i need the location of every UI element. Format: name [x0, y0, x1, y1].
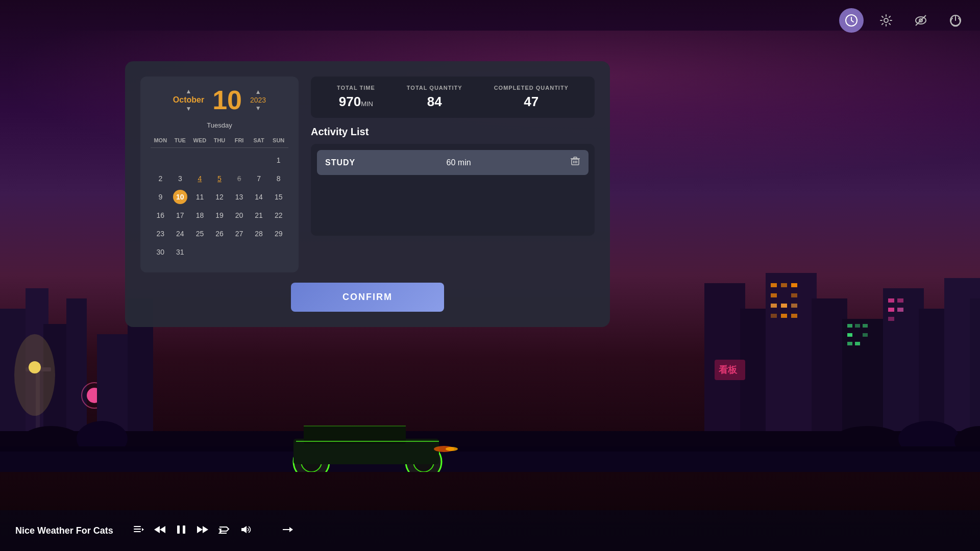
day-header-sat: SAT	[249, 135, 269, 145]
svg-rect-41	[897, 298, 903, 303]
cal-day-18[interactable]: 18	[192, 208, 207, 222]
year-name: 2023	[250, 96, 266, 104]
svg-rect-84	[177, 525, 180, 534]
svg-rect-35	[847, 333, 852, 337]
svg-rect-31	[781, 314, 787, 318]
cal-day-1[interactable]: 1	[272, 153, 286, 167]
year-nav: ▲ 2023 ▼	[250, 88, 266, 112]
svg-point-7	[14, 334, 55, 416]
svg-rect-54	[0, 452, 980, 472]
cal-cell-empty	[212, 153, 227, 167]
music-controls	[133, 524, 293, 538]
cal-cell-empty	[212, 245, 227, 259]
total-time-stat: TOTAL TIME 970MIN	[337, 85, 375, 110]
svg-marker-87	[203, 526, 208, 533]
cal-cell-empty	[232, 153, 247, 167]
cal-day-8[interactable]: 8	[272, 171, 286, 186]
playlist-button[interactable]	[133, 524, 144, 538]
svg-rect-42	[888, 308, 894, 312]
confirm-button[interactable]: CONFIRM	[291, 283, 444, 312]
play-pause-button[interactable]	[176, 524, 187, 538]
cal-day-21[interactable]: 21	[252, 208, 266, 222]
svg-marker-81	[142, 528, 144, 531]
month-down-button[interactable]: ▼	[183, 105, 195, 113]
delete-activity-button[interactable]	[570, 156, 580, 169]
svg-marker-88	[241, 526, 247, 533]
cal-cell-empty	[192, 153, 207, 167]
cal-day-3[interactable]: 3	[173, 171, 187, 186]
cal-day-7[interactable]: 7	[252, 171, 266, 186]
cal-day-27[interactable]: 27	[232, 227, 247, 241]
day-number: 10	[212, 87, 242, 113]
calendar-header-row: MON TUE WED THU FRI SAT SUN	[151, 135, 288, 145]
power-icon-button[interactable]	[943, 8, 968, 33]
svg-text:看板: 看板	[718, 365, 738, 375]
volume-button[interactable]	[240, 524, 251, 538]
cal-day-16[interactable]: 16	[153, 208, 167, 222]
year-down-button[interactable]: ▼	[252, 104, 264, 112]
total-time-value: 970MIN	[337, 94, 375, 110]
svg-rect-26	[791, 293, 797, 297]
cal-day-6[interactable]: 6	[232, 171, 247, 186]
clock-icon-button[interactable]	[839, 8, 864, 33]
cal-day-26[interactable]: 26	[212, 227, 227, 241]
cal-day-14[interactable]: 14	[252, 190, 266, 204]
cal-day-29[interactable]: 29	[272, 227, 286, 241]
next-track-button[interactable]	[282, 524, 293, 538]
cal-day-15[interactable]: 15	[272, 190, 286, 204]
activity-list-title: Activity List	[311, 126, 595, 138]
svg-rect-79	[134, 529, 141, 530]
cal-day-2[interactable]: 2	[153, 171, 167, 186]
music-title: Nice Weather For Cats	[15, 525, 117, 536]
cal-cell-empty	[173, 153, 187, 167]
confirm-area: CONFIRM	[140, 283, 595, 312]
cal-cell-empty	[232, 245, 247, 259]
cal-day-5[interactable]: 5	[212, 171, 227, 186]
cal-day-23[interactable]: 23	[153, 227, 167, 241]
cal-day-25[interactable]: 25	[192, 227, 207, 241]
cal-day-17[interactable]: 17	[173, 208, 187, 222]
day-header-thu: THU	[210, 135, 230, 145]
svg-rect-30	[771, 314, 777, 318]
eye-off-icon-button[interactable]	[909, 8, 933, 33]
activity-duration-study: 60 min	[447, 158, 471, 167]
right-section: TOTAL TIME 970MIN TOTAL QUANTITY 84 COMP…	[311, 77, 595, 272]
svg-rect-44	[888, 317, 894, 321]
svg-rect-27	[771, 304, 777, 308]
svg-rect-28	[781, 304, 787, 308]
shuffle-button[interactable]	[218, 524, 230, 538]
month-up-button[interactable]: ▲	[183, 87, 195, 95]
cal-day-13[interactable]: 13	[232, 190, 247, 204]
settings-icon-button[interactable]	[874, 8, 898, 33]
svg-rect-39	[863, 333, 868, 337]
cal-day-4[interactable]: 4	[192, 171, 207, 186]
cal-day-11[interactable]: 11	[192, 190, 207, 204]
cal-day-31[interactable]: 31	[173, 245, 187, 259]
cal-day-19[interactable]: 19	[212, 208, 227, 222]
total-quantity-value: 84	[407, 94, 462, 110]
year-up-button[interactable]: ▲	[252, 88, 264, 96]
cal-day-10-today[interactable]: 10	[173, 190, 187, 204]
stats-bar: TOTAL TIME 970MIN TOTAL QUANTITY 84 COMP…	[311, 77, 595, 118]
day-header-mon: MON	[151, 135, 170, 145]
cal-day-22[interactable]: 22	[272, 208, 286, 222]
svg-point-66	[884, 18, 888, 22]
weekday-name: Tuesday	[151, 121, 288, 129]
svg-rect-40	[888, 298, 894, 303]
svg-rect-80	[134, 531, 141, 532]
cal-day-24[interactable]: 24	[173, 227, 187, 241]
cal-day-20[interactable]: 20	[232, 208, 247, 222]
cal-cell-empty	[153, 153, 167, 167]
calendar-week-6: 30 31	[151, 244, 288, 260]
cal-day-30[interactable]: 30	[153, 245, 167, 259]
month-name: October	[173, 95, 204, 105]
cal-day-28[interactable]: 28	[252, 227, 266, 241]
rewind-button[interactable]	[154, 524, 165, 538]
total-quantity-label: TOTAL QUANTITY	[407, 85, 462, 91]
forward-button[interactable]	[197, 524, 208, 538]
svg-rect-34	[855, 324, 860, 328]
svg-marker-82	[160, 526, 165, 533]
svg-rect-23	[781, 283, 787, 287]
cal-day-9[interactable]: 9	[153, 190, 167, 204]
cal-day-12[interactable]: 12	[212, 190, 227, 204]
